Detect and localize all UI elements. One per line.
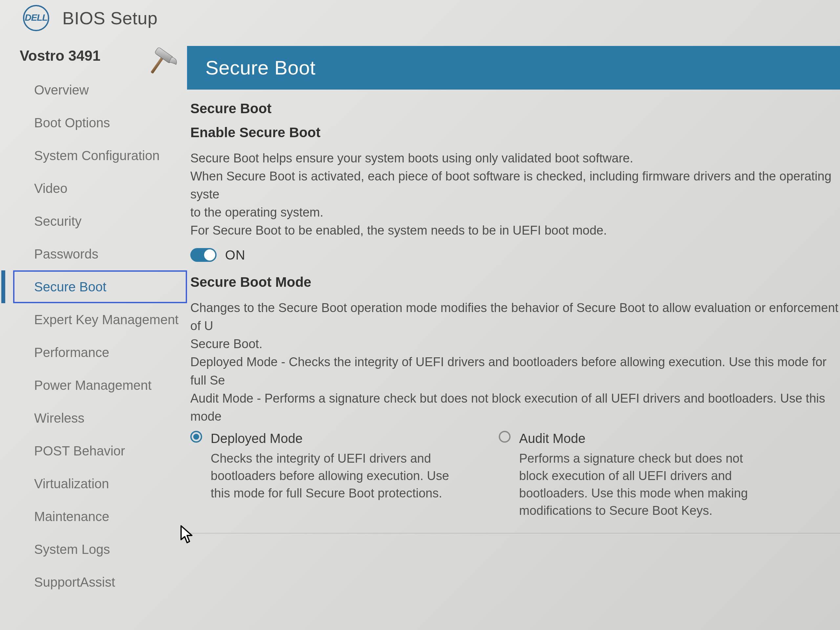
sidebar-item-virtualization[interactable]: Virtualization xyxy=(0,467,187,500)
desc-line: Audit Mode - Performs a signature check … xyxy=(190,390,840,426)
sidebar-item-power-management[interactable]: Power Management xyxy=(0,369,187,402)
sidebar-item-label: Maintenance xyxy=(34,509,109,524)
sidebar-item-label: Virtualization xyxy=(34,477,109,491)
secure-boot-toggle[interactable] xyxy=(190,248,216,262)
sidebar-item-secure-boot[interactable]: Secure Boot xyxy=(13,270,187,303)
radio-icon xyxy=(499,431,510,443)
sidebar-item-overview[interactable]: Overview xyxy=(0,74,187,106)
sidebar-item-label: Security xyxy=(34,214,82,228)
sidebar-item-security[interactable]: Security xyxy=(0,205,187,238)
radio-option-audit-mode[interactable]: Audit Mode Performs a signature check bu… xyxy=(499,429,768,520)
sidebar-item-expert-key-management[interactable]: Expert Key Management xyxy=(0,303,187,336)
radio-help: Checks the integrity of UEFI drivers and… xyxy=(211,450,459,502)
app-title: BIOS Setup xyxy=(62,8,158,28)
sidebar-item-performance[interactable]: Performance xyxy=(0,336,187,369)
section-title: Secure Boot xyxy=(190,99,840,119)
sidebar-item-label: Video xyxy=(34,181,68,196)
radio-texts: Deployed Mode Checks the integrity of UE… xyxy=(211,429,459,520)
radio-icon xyxy=(190,431,202,443)
enable-secure-boot-description: Secure Boot helps ensure your system boo… xyxy=(190,149,840,240)
sidebar-item-system-configuration[interactable]: System Configuration xyxy=(0,139,187,172)
desc-line: For Secure Boot to be enabled, the syste… xyxy=(190,221,840,240)
sidebar-item-label: SupportAssist xyxy=(34,575,115,589)
sidebar-item-label: System Logs xyxy=(34,542,110,556)
radio-label: Audit Mode xyxy=(519,429,768,448)
sidebar-item-label: Wireless xyxy=(34,411,84,425)
desc-line: When Secure Boot is activated, each piec… xyxy=(190,167,840,204)
desc-line: Secure Boot. xyxy=(190,335,840,353)
sidebar-item-label: POST Behavior xyxy=(34,444,125,458)
sidebar-nav: Overview Boot Options System Configurati… xyxy=(0,72,187,598)
sidebar-item-label: Passwords xyxy=(34,247,98,261)
content-area: Secure Boot Secure Boot Enable Secure Bo… xyxy=(187,36,840,630)
sidebar-item-label: Expert Key Management xyxy=(34,313,178,327)
dell-logo-text: DELL xyxy=(25,13,47,23)
radio-texts: Audit Mode Performs a signature check bu… xyxy=(519,429,768,520)
dell-logo-icon: DELL xyxy=(23,5,49,31)
sidebar-item-system-logs[interactable]: System Logs xyxy=(0,533,187,566)
sidebar-item-label: System Configuration xyxy=(34,148,159,163)
model-row: Vostro 3491 xyxy=(0,39,187,72)
sidebar-item-post-behavior[interactable]: POST Behavior xyxy=(0,434,187,467)
desc-line: Secure Boot helps ensure your system boo… xyxy=(190,149,840,167)
sidebar-item-wireless[interactable]: Wireless xyxy=(0,402,187,434)
page-banner-title: Secure Boot xyxy=(205,57,316,79)
sidebar-item-label: Boot Options xyxy=(34,115,110,130)
radio-help: Performs a signature check but does not … xyxy=(519,450,768,520)
secure-boot-mode-description: Changes to the Secure Boot operation mod… xyxy=(190,299,840,426)
secure-boot-toggle-label: ON xyxy=(225,245,245,264)
enable-secure-boot-title: Enable Secure Boot xyxy=(190,123,840,143)
sidebar-item-maintenance[interactable]: Maintenance xyxy=(0,500,187,533)
sidebar: Vostro 3491 xyxy=(0,36,187,630)
desc-line: Changes to the Secure Boot operation mod… xyxy=(190,299,840,335)
title-bar: DELL BIOS Setup xyxy=(0,0,840,36)
page-banner: Secure Boot xyxy=(187,46,840,90)
secure-boot-toggle-row: ON xyxy=(190,245,840,264)
settings-panel: Secure Boot Enable Secure Boot Secure Bo… xyxy=(187,90,840,534)
sidebar-item-boot-options[interactable]: Boot Options xyxy=(0,106,187,139)
sidebar-item-label: Power Management xyxy=(34,378,152,392)
sidebar-item-label: Secure Boot xyxy=(34,279,106,294)
sidebar-item-supportassist[interactable]: SupportAssist xyxy=(0,566,187,598)
bios-setup-root: DELL BIOS Setup Vostro 3491 xyxy=(0,0,840,630)
secure-boot-mode-options: Deployed Mode Checks the integrity of UE… xyxy=(190,429,840,534)
model-name: Vostro 3491 xyxy=(20,47,100,64)
sidebar-item-label: Overview xyxy=(34,83,89,97)
radio-option-deployed-mode[interactable]: Deployed Mode Checks the integrity of UE… xyxy=(190,429,459,520)
sidebar-item-video[interactable]: Video xyxy=(0,172,187,205)
desc-line: to the operating system. xyxy=(190,204,840,221)
sidebar-item-passwords[interactable]: Passwords xyxy=(0,238,187,270)
secure-boot-mode-title: Secure Boot Mode xyxy=(190,272,840,292)
toggle-knob-icon xyxy=(204,249,215,261)
radio-label: Deployed Mode xyxy=(211,429,459,448)
desc-line: Deployed Mode - Checks the integrity of … xyxy=(190,353,840,389)
main-area: Vostro 3491 xyxy=(0,36,840,630)
sidebar-item-label: Performance xyxy=(34,345,109,360)
